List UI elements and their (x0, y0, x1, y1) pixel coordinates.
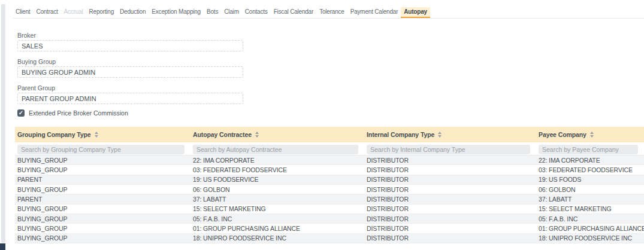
cell: 15: SELECT MARKETING (536, 205, 644, 212)
cell: 37: LABATT (191, 196, 364, 203)
cell: DISTRIBUTOR (364, 196, 536, 203)
cell: 15: SELECT MARKETING (191, 205, 364, 212)
filter-input-autopay-contractee[interactable] (193, 145, 358, 154)
broker-label: Broker (17, 32, 644, 39)
cell: 18: UNIPRO FOODSERVICE INC (191, 234, 364, 242)
sort-icon[interactable] (95, 132, 98, 138)
table-row[interactable]: BUYING_GROUP22: IMA CORPORATEDISTRIBUTOR… (15, 156, 644, 165)
left-scrollbar-track[interactable] (1, 4, 5, 243)
check-icon: ✓ (19, 110, 23, 116)
cell: DISTRIBUTOR (364, 176, 536, 183)
cell: 22: IMA CORPORATE (536, 157, 644, 164)
tab-bar: ClientContractAccrualReportingDeductionE… (13, 0, 644, 19)
column-header-label: Autopay Contractee (193, 131, 252, 138)
buying-group-label: Buying Group (17, 58, 644, 66)
cell: 05: F.A.B. INC (191, 215, 364, 222)
cell: 19: US FOODSERVICE (191, 176, 364, 183)
cell: DISTRIBUTOR (364, 225, 536, 232)
filter-cell (364, 144, 536, 154)
field-parent-group: Parent Group (17, 84, 644, 104)
cell: 19: US FOODS (536, 176, 644, 183)
table-row[interactable]: BUYING_GROUP18: UNIPRO FOODSERVICE INCDI… (15, 234, 644, 243)
cell: DISTRIBUTOR (364, 234, 536, 242)
cell: 03: FEDERATED FOODSERVICE (536, 166, 644, 173)
cell: 37: LABATT (536, 196, 644, 203)
filter-cell (191, 144, 364, 154)
tab-claim[interactable]: Claim (221, 7, 242, 18)
cell: PARENT (15, 176, 191, 183)
cell: BUYING_GROUP (15, 234, 191, 242)
tab-exception-mapping[interactable]: Exception Mapping (149, 7, 204, 18)
cell: 05: F.A.B. INC (536, 215, 644, 222)
autopay-table: Grouping Company TypeAutopay ContracteeI… (15, 127, 644, 243)
tab-tolerance[interactable]: Tolerance (316, 7, 347, 18)
buying-group-input[interactable] (17, 66, 243, 78)
cell: BUYING_GROUP (15, 225, 191, 232)
filter-input-grouping-company-type[interactable] (17, 145, 185, 154)
table-row[interactable]: PARENT19: US FOODSERVICEDISTRIBUTOR19: U… (15, 175, 644, 185)
tab-fiscal-calendar[interactable]: Fiscal Calendar (271, 7, 316, 18)
tab-contract[interactable]: Contract (33, 7, 61, 18)
cell: 06: GOLBON (191, 186, 364, 193)
cell: DISTRIBUTOR (364, 186, 536, 193)
column-header-autopay-contractee[interactable]: Autopay Contractee (191, 131, 364, 138)
sort-icon[interactable] (255, 132, 259, 138)
table-row[interactable]: BUYING_GROUP06: GOLBONDISTRIBUTOR06: GOL… (15, 185, 644, 194)
cell: DISTRIBUTOR (364, 205, 536, 212)
cell: BUYING_GROUP (15, 215, 191, 222)
field-buying-group: Buying Group (17, 58, 644, 78)
column-header-label: Grouping Company Type (17, 131, 91, 138)
cell: 01: GROUP PURCHASING ALLIANCE (536, 225, 644, 232)
extended-price-checkbox[interactable]: ✓ (17, 109, 25, 117)
column-header-grouping-company-type[interactable]: Grouping Company Type (15, 131, 191, 138)
tab-autopay[interactable]: Autopay (401, 7, 430, 18)
cell: BUYING_GROUP (15, 205, 191, 212)
parent-group-label: Parent Group (17, 84, 644, 92)
table-filter-row (15, 142, 644, 156)
left-scrollbar-thumb[interactable] (0, 243, 5, 250)
table-row[interactable]: PARENT37: LABATTDISTRIBUTOR37: LABATT (15, 194, 644, 204)
tab-bots[interactable]: Bots (204, 7, 221, 18)
broker-input[interactable] (17, 40, 243, 51)
tab-accrual: Accrual (61, 7, 86, 18)
filter-input-payee-company[interactable] (539, 145, 638, 154)
cell: BUYING_GROUP (15, 166, 191, 173)
column-header-label: Payee Company (539, 131, 586, 138)
cell: DISTRIBUTOR (364, 166, 536, 173)
table-row[interactable]: BUYING_GROUP01: GROUP PURCHASING ALLIANC… (15, 224, 644, 233)
filter-cell (536, 144, 644, 154)
cell: 18: UNIPRO FOODSERVICE INC (536, 234, 644, 242)
filter-cell (15, 144, 191, 154)
column-header-payee-company[interactable]: Payee Company (536, 131, 644, 138)
table-body: BUYING_GROUP22: IMA CORPORATEDISTRIBUTOR… (15, 156, 644, 243)
field-broker: Broker (17, 32, 644, 51)
cell: BUYING_GROUP (15, 186, 191, 193)
cell: PARENT (15, 196, 191, 203)
table-row[interactable]: BUYING_GROUP05: F.A.B. INCDISTRIBUTOR05:… (15, 214, 644, 224)
cell: 22: IMA CORPORATE (191, 157, 364, 164)
cell: BUYING_GROUP (15, 157, 191, 164)
cell: DISTRIBUTOR (364, 157, 536, 164)
form-fields: BrokerBuying GroupParent Group (15, 32, 644, 104)
cell: 01: GROUP PURCHASING ALLIANCE (191, 225, 364, 232)
sort-icon[interactable] (438, 132, 442, 138)
tab-deduction[interactable]: Deduction (117, 7, 149, 18)
table-row[interactable]: BUYING_GROUP03: FEDERATED FOODSERVICEDIS… (15, 165, 644, 175)
table-header-row: Grouping Company TypeAutopay ContracteeI… (15, 127, 644, 142)
extended-price-checkbox-row: ✓ Extended Price Broker Commission (17, 109, 644, 117)
table-row[interactable]: BUYING_GROUP15: SELECT MARKETINGDISTRIBU… (15, 205, 644, 214)
tab-client[interactable]: Client (13, 7, 33, 18)
parent-group-input[interactable] (17, 93, 243, 104)
cell: DISTRIBUTOR (364, 215, 536, 222)
tab-payment-calendar[interactable]: Payment Calendar (347, 7, 401, 18)
tab-reporting[interactable]: Reporting (86, 7, 117, 18)
cell: 03: FEDERATED FOODSERVICE (191, 166, 364, 173)
cell: 06: GOLBON (536, 186, 644, 193)
filter-input-internal-company-type[interactable] (367, 145, 530, 154)
extended-price-checkbox-label: Extended Price Broker Commission (29, 109, 128, 117)
tab-contacts[interactable]: Contacts (242, 7, 271, 18)
sort-icon[interactable] (590, 132, 594, 138)
column-header-label: Internal Company Type (367, 131, 434, 138)
column-header-internal-company-type[interactable]: Internal Company Type (364, 131, 536, 138)
